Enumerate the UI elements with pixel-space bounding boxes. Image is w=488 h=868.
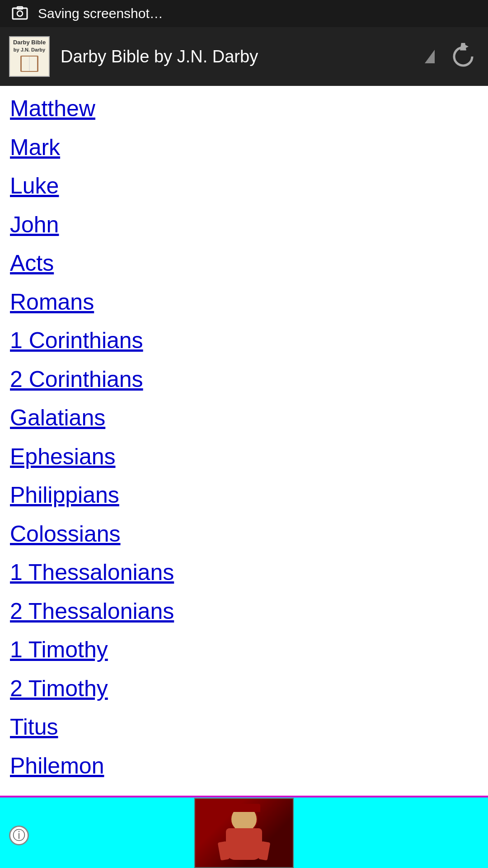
svg-marker-6 [461, 44, 465, 49]
status-bar: Saving screenshot… [0, 0, 488, 27]
app-icon-line2: by J.N. Darby [13, 47, 46, 53]
book-list: MatthewMarkLukeJohnActsRomans1 Corinthia… [0, 86, 488, 868]
status-bar-text: Saving screenshot… [38, 6, 163, 21]
book-item[interactable]: Luke [0, 167, 488, 206]
book-item[interactable]: Titus [0, 708, 488, 747]
book-item[interactable]: Acts [0, 244, 488, 283]
book-item[interactable]: 2 Thessalonians [0, 592, 488, 631]
book-item[interactable]: Matthew [0, 90, 488, 128]
svg-rect-0 [13, 8, 27, 19]
book-item[interactable]: John [0, 206, 488, 245]
svg-point-1 [17, 11, 23, 16]
signal-icon [423, 50, 436, 63]
info-icon[interactable]: ⓘ [9, 826, 29, 845]
refresh-button[interactable] [447, 41, 479, 72]
book-item[interactable]: Colossians [0, 515, 488, 554]
book-item[interactable]: 1 Corinthians [0, 321, 488, 360]
book-item[interactable]: Mark [0, 128, 488, 167]
app-icon-line1: Darby Bible [13, 39, 46, 47]
app-header: Darby Bible by J.N. Darby Darby Bible by… [0, 27, 488, 86]
book-item[interactable]: 2 Timothy [0, 670, 488, 708]
app-title: Darby Bible by J.N. Darby [61, 47, 412, 66]
ad-image [194, 798, 294, 868]
app-icon: Darby Bible by J.N. Darby [9, 36, 50, 77]
book-item[interactable]: Philippians [0, 476, 488, 515]
book-item[interactable]: 2 Corinthians [0, 360, 488, 399]
ad-banner[interactable] [0, 796, 488, 868]
book-item[interactable]: 1 Timothy [0, 631, 488, 670]
book-item[interactable]: Philemon [0, 747, 488, 786]
screenshot-icon [9, 3, 31, 24]
book-item[interactable]: 1 Thessalonians [0, 553, 488, 592]
book-item[interactable]: Ephesians [0, 438, 488, 476]
book-item[interactable]: Romans [0, 283, 488, 322]
book-item[interactable]: Galatians [0, 399, 488, 438]
